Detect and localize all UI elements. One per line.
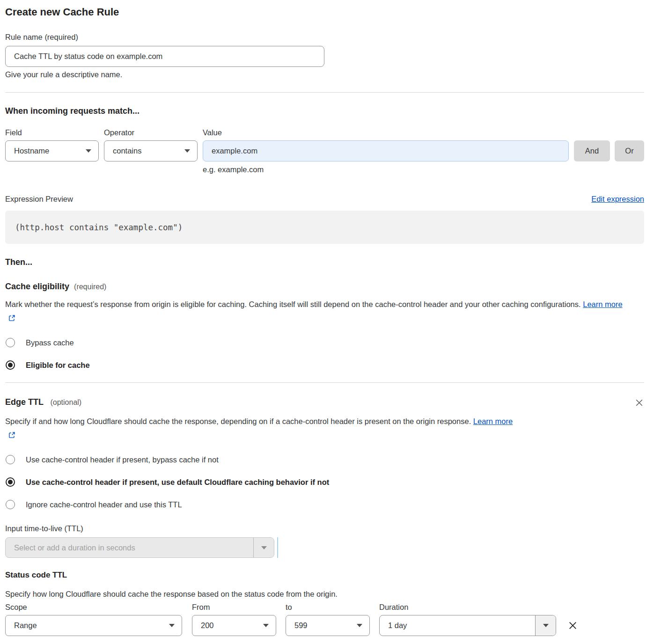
cache-eligibility-heading-row: Cache eligibility (required): [5, 281, 644, 292]
radio-option-use-header-default[interactable]: Use cache-control header if present, use…: [5, 477, 644, 487]
duration-select[interactable]: 1 day: [379, 615, 556, 636]
radio-option-label: Use cache-control header if present, use…: [26, 477, 329, 487]
to-label: to: [286, 603, 379, 612]
radio-option-label: Use cache-control header if present, byp…: [26, 455, 219, 464]
rule-name-label: Rule name (required): [5, 33, 644, 42]
chevron-down-icon: [169, 624, 175, 627]
value-help: e.g. example.com: [203, 165, 644, 174]
chevron-down-icon: [184, 149, 190, 153]
close-icon[interactable]: [634, 398, 644, 409]
cache-eligibility-description: Mark whether the request’s response from…: [5, 298, 632, 325]
radio-option-bypass-cache[interactable]: Bypass cache: [5, 338, 644, 347]
value-label: Value: [203, 128, 222, 137]
radio-icon[interactable]: [6, 455, 15, 464]
edge-ttl-description-text: Specify if and how long Cloudflare shoul…: [5, 417, 471, 425]
rule-name-input[interactable]: [5, 46, 324, 67]
value-input[interactable]: [203, 140, 569, 161]
radio-option-label: Ignore cache-control header and use this…: [26, 500, 182, 509]
external-link-icon: [8, 315, 15, 322]
radio-option-label: Bypass cache: [26, 338, 74, 347]
learn-more-link[interactable]: Learn more: [473, 417, 513, 425]
scope-label: Scope: [5, 603, 192, 612]
operator-select[interactable]: contains: [104, 140, 198, 161]
ttl-input-label: Input time-to-live (TTL): [5, 524, 644, 533]
rule-name-help: Give your rule a descriptive name.: [5, 70, 644, 79]
section-divider: [5, 382, 644, 383]
status-code-ttl-heading: Status code TTL: [5, 570, 644, 580]
expression-code-block: (http.host contains "example.com"): [5, 211, 644, 244]
scope-select-value: Range: [14, 621, 37, 630]
edge-ttl-description: Specify if and how long Cloudflare shoul…: [5, 415, 522, 442]
optional-tag: (optional): [50, 398, 81, 406]
chevron-down-icon: [543, 624, 549, 627]
radio-option-label: Eligible for cache: [26, 360, 90, 370]
match-column-labels: Field Operator Value: [5, 128, 644, 137]
ttl-duration-placeholder: Select or add a duration in seconds: [6, 538, 253, 557]
cache-eligibility-description-text: Mark whether the request’s response from…: [5, 300, 581, 308]
field-select[interactable]: Hostname: [5, 140, 99, 161]
from-select[interactable]: 200: [192, 615, 276, 636]
or-button[interactable]: Or: [615, 140, 644, 161]
edge-ttl-heading-group: Edge TTL (optional): [5, 397, 81, 407]
expression-code: (http.host contains "example.com"): [5, 223, 183, 232]
expression-preview-label: Expression Preview: [5, 195, 73, 204]
match-heading: When incoming requests match...: [5, 106, 644, 116]
remove-row-icon[interactable]: [567, 620, 578, 631]
expression-preview-row: Expression Preview Edit expression: [5, 195, 644, 204]
from-select-value: 200: [201, 621, 214, 630]
operator-select-value: contains: [113, 146, 141, 155]
from-label: From: [192, 603, 286, 612]
radio-option-ignore-header[interactable]: Ignore cache-control header and use this…: [5, 500, 644, 509]
radio-icon[interactable]: [6, 500, 15, 509]
status-column-labels: Scope From to Duration: [5, 603, 644, 612]
radio-option-eligible-for-cache[interactable]: Eligible for cache: [5, 360, 644, 370]
scope-select[interactable]: Range: [5, 615, 182, 636]
page-title: Create new Cache Rule: [5, 6, 644, 19]
ttl-input-row: Select or add a duration in seconds: [5, 533, 644, 558]
status-controls-row: Range 200 599 1 day: [5, 615, 644, 636]
required-tag: (required): [74, 283, 106, 291]
section-divider: [5, 92, 644, 93]
operator-label: Operator: [104, 128, 203, 137]
radio-option-use-header-bypass[interactable]: Use cache-control header if present, byp…: [5, 455, 644, 464]
chevron-down-icon: [263, 624, 269, 627]
to-select-value: 599: [294, 621, 308, 630]
duration-select-value: 1 day: [380, 615, 535, 636]
cache-eligibility-heading: Cache eligibility: [5, 281, 69, 292]
ttl-duration-dropdown-button[interactable]: [253, 538, 274, 557]
cursor-divider: [277, 537, 278, 558]
edit-expression-link[interactable]: Edit expression: [591, 195, 644, 204]
edge-ttl-heading-row: Edge TTL (optional): [5, 397, 644, 409]
learn-more-link[interactable]: Learn more: [583, 300, 622, 308]
create-cache-rule-form: Create new Cache Rule Rule name (require…: [0, 0, 661, 636]
ttl-duration-select[interactable]: Select or add a duration in seconds: [5, 537, 274, 558]
chevron-down-icon: [86, 149, 91, 153]
status-code-ttl-description: Specify how long Cloudflare should cache…: [5, 589, 644, 599]
and-button[interactable]: And: [574, 140, 610, 161]
chevron-down-icon: [357, 624, 362, 627]
radio-icon[interactable]: [6, 477, 15, 487]
edge-ttl-heading: Edge TTL: [5, 397, 44, 407]
duration-dropdown-button[interactable]: [535, 615, 556, 636]
external-link-icon: [8, 432, 15, 439]
then-heading: Then...: [5, 257, 644, 267]
field-label: Field: [5, 128, 104, 137]
radio-icon[interactable]: [6, 338, 15, 347]
duration-label: Duration: [379, 603, 408, 612]
radio-icon[interactable]: [6, 360, 15, 370]
match-controls-row: Hostname contains And Or: [5, 140, 644, 161]
field-select-value: Hostname: [14, 146, 49, 155]
chevron-down-icon: [261, 546, 267, 549]
to-select[interactable]: 599: [286, 615, 370, 636]
